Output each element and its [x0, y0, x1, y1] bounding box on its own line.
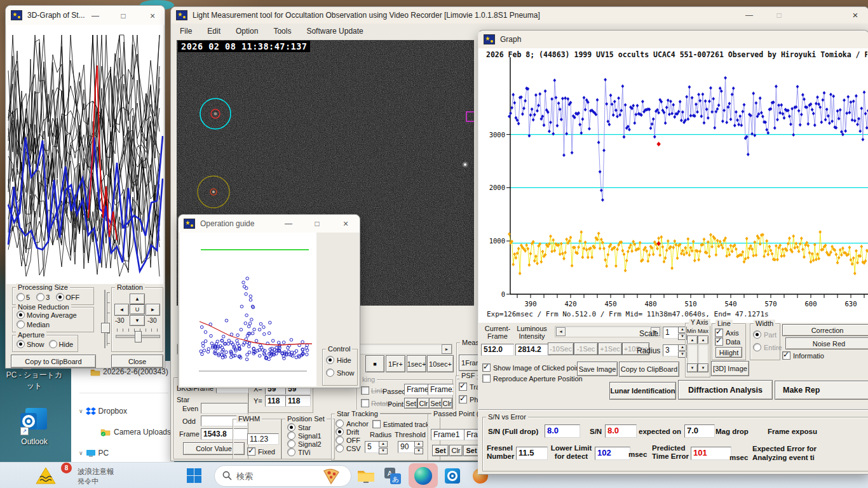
even-field[interactable] [201, 403, 248, 414]
chevron-down-icon[interactable]: ∨ [79, 408, 83, 414]
lunar-identification-button[interactable]: Lunar Identification [609, 382, 676, 400]
close-button[interactable]: × [336, 217, 355, 230]
copy-clipboard-button[interactable]: Copy to ClipBoard [619, 362, 679, 377]
close-3d-button[interactable]: Close [111, 355, 163, 368]
fwhm-fixed-checkbox[interactable] [247, 447, 255, 456]
median-radio[interactable] [17, 320, 25, 329]
fwhm-field[interactable]: 11.23 [247, 433, 279, 445]
estimated-track-checkbox[interactable] [372, 420, 381, 428]
file-explorer-icon[interactable] [357, 468, 375, 484]
ymin-down-button[interactable]: ▼ [687, 363, 698, 372]
save-image-button[interactable]: Save Image [577, 362, 618, 376]
close-button[interactable]: × [143, 10, 162, 22]
control-hide-radio[interactable] [326, 356, 334, 364]
outlook-taskbar-icon[interactable] [445, 468, 460, 484]
rotate-right-button[interactable]: ► [146, 304, 160, 316]
ymin-track[interactable] [687, 344, 698, 364]
passed-frame1-field[interactable]: Frame1 [431, 429, 465, 440]
aperture-hide-radio[interactable] [49, 340, 57, 348]
reproduce-checkbox[interactable] [482, 374, 491, 383]
chevron-down-icon[interactable]: ∨ [79, 450, 83, 456]
slider-thumb[interactable] [101, 323, 110, 333]
off-radio[interactable] [336, 436, 344, 444]
predicted-field[interactable]: 101 [691, 447, 731, 460]
explorer-dropbox-row[interactable]: ∨ Dropbox [79, 407, 127, 416]
translator-app-icon[interactable]: A あ [384, 468, 401, 484]
start-button[interactable] [187, 468, 202, 484]
forward-10sec-button[interactable]: 10sec+ [427, 355, 454, 372]
aperture-show-radio[interactable] [17, 340, 25, 348]
plus1sec-button[interactable]: +1Sec [598, 342, 622, 355]
diffraction-analysis-button[interactable]: Diffraction Analysis [678, 380, 773, 400]
search-box[interactable]: 検索 [214, 465, 351, 487]
scroll-left-button[interactable]: ◄ [556, 327, 566, 336]
noise-reduction-button[interactable]: Noise Red [785, 337, 868, 349]
radius-spinner[interactable]: ▲▼ [379, 441, 388, 454]
rotate-down-button[interactable]: ▼ [130, 315, 145, 326]
maximize-button[interactable]: □ [308, 217, 327, 230]
weather-alert-icon[interactable] [35, 466, 57, 485]
alert-line2[interactable]: 発令中 [78, 477, 98, 486]
stop-button[interactable]: ■ [365, 355, 384, 372]
csv-radio[interactable] [336, 444, 344, 452]
width-part-radio[interactable] [753, 330, 761, 339]
psf-photometry-checkbox[interactable] [459, 395, 467, 403]
link-frame1-field[interactable]: Frame1 [404, 384, 430, 395]
expected-field[interactable]: 7.0 [684, 424, 715, 438]
wireframe-3d-chart[interactable] [7, 27, 163, 281]
explorer-pc-row[interactable]: ∨ PC [79, 449, 109, 458]
minimize-button[interactable]: — [86, 10, 105, 22]
y1-field[interactable]: 118 [265, 395, 287, 407]
ymax-down-button[interactable]: ▼ [698, 363, 709, 372]
alert-line1[interactable]: 波浪注意報 [78, 467, 114, 477]
main-titlebar[interactable]: Light Measurement tool for Occultation O… [171, 7, 868, 24]
forward-1sec-button[interactable]: 1sec+ [407, 355, 426, 372]
rotate-up-button[interactable]: ▲ [130, 294, 145, 304]
minus1sec-button[interactable]: -1Sec [574, 342, 598, 355]
passed-clr2-button[interactable]: Clr [442, 398, 452, 409]
image-3d-button[interactable]: [3D] Image [711, 361, 749, 376]
width-entire-radio[interactable] [753, 343, 761, 351]
rotate-checkbox[interactable] [361, 399, 369, 407]
processing-off-radio[interactable] [56, 293, 64, 301]
light-curve-chart[interactable]: 0100020003000390420450480510540570600630 [478, 48, 868, 310]
link-frame2-field[interactable]: Frame2 [428, 384, 454, 395]
graph3d-titlebar[interactable]: 3D-Graph of St... [6, 6, 165, 25]
make-report-button[interactable]: Make Rep [775, 381, 868, 400]
sn-full-field[interactable]: 8.0 [545, 424, 580, 438]
posset-star-radio[interactable] [287, 423, 295, 431]
processing-3-radio[interactable] [36, 293, 44, 301]
menu-edit[interactable]: Edit [203, 24, 224, 38]
menu-software-update[interactable]: Software Update [302, 24, 367, 38]
passed-set1-button[interactable]: Set [404, 398, 417, 409]
threshold-spinner[interactable]: ▲▼ [414, 441, 423, 454]
passed-set2-button[interactable]: Set [429, 398, 442, 409]
sn-field[interactable]: 8.0 [605, 424, 637, 438]
minus10sec-button[interactable]: -10Sec [548, 342, 574, 355]
information-checkbox[interactable] [782, 351, 790, 360]
menu-tools[interactable]: Tools [269, 24, 295, 38]
zoom-slider-vertical[interactable] [100, 290, 110, 351]
hilight-button[interactable]: Hilight [715, 347, 742, 358]
posset-signal1-radio[interactable] [287, 431, 295, 440]
menu-option[interactable]: Option [232, 24, 262, 38]
edge-icon[interactable] [414, 467, 432, 485]
fresnel-field[interactable]: 11.5 [516, 447, 548, 460]
close-button[interactable]: × [846, 9, 865, 22]
scroll-right-button[interactable]: ► [442, 344, 452, 354]
passed-clr1-button[interactable]: Clr [417, 398, 430, 409]
moving-average-radio[interactable] [17, 311, 25, 319]
opguide-titlebar[interactable]: Operation guide [179, 215, 360, 233]
psf-tracking-checkbox[interactable] [459, 383, 467, 391]
posset-signal2-radio[interactable] [287, 440, 295, 448]
processing-5-radio[interactable] [17, 293, 25, 301]
drift-radio[interactable] [336, 428, 344, 436]
menu-file[interactable]: File [176, 24, 196, 38]
correction-button[interactable]: Correction [782, 324, 868, 336]
psf-profile-chart[interactable] [180, 233, 316, 386]
pp-clr-button[interactable]: Clr [449, 445, 463, 456]
lower-limit-field[interactable]: 102 [595, 447, 630, 460]
y2-field[interactable]: 118 [285, 395, 311, 407]
rotation-slider-thumb[interactable] [135, 331, 142, 342]
ymax-up-button[interactable]: ▲ [698, 336, 709, 344]
